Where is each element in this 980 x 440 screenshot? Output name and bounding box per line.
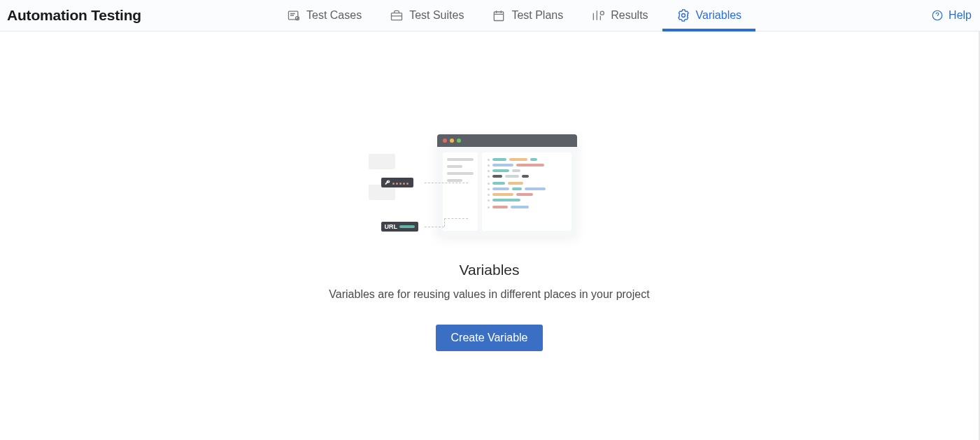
results-icon bbox=[591, 8, 605, 22]
variables-icon bbox=[676, 8, 690, 22]
tab-label: Results bbox=[611, 9, 648, 22]
help-link[interactable]: Help bbox=[930, 8, 972, 22]
tab-label: Test Cases bbox=[306, 9, 362, 22]
test-cases-icon bbox=[287, 8, 301, 22]
tab-variables[interactable]: Variables bbox=[662, 0, 756, 31]
help-label: Help bbox=[949, 9, 972, 22]
empty-state-title: Variables bbox=[460, 262, 520, 278]
tab-test-suites[interactable]: Test Suites bbox=[376, 0, 478, 31]
tab-label: Test Plans bbox=[511, 9, 563, 22]
tab-test-plans[interactable]: Test Plans bbox=[478, 0, 577, 31]
tab-test-cases[interactable]: Test Cases bbox=[273, 0, 376, 31]
svg-rect-3 bbox=[495, 12, 504, 21]
tab-results[interactable]: Results bbox=[577, 0, 662, 31]
svg-rect-2 bbox=[392, 13, 402, 20]
main-content: URL Variables Variables are for reusing … bbox=[0, 31, 980, 440]
tab-label: Test Suites bbox=[409, 9, 464, 22]
test-suites-icon bbox=[390, 8, 404, 22]
test-plans-icon bbox=[492, 8, 506, 22]
svg-point-4 bbox=[601, 11, 604, 15]
illus-key-tag bbox=[381, 178, 413, 187]
create-variable-button[interactable]: Create Variable bbox=[436, 325, 544, 351]
empty-illustration: URL bbox=[402, 134, 577, 236]
help-icon bbox=[930, 8, 944, 22]
page-title: Automation Testing bbox=[7, 7, 141, 24]
header-bar: Automation Testing Test Cases Test Suite… bbox=[0, 0, 980, 31]
tab-label: Variables bbox=[696, 9, 742, 22]
illus-url-tag: URL bbox=[381, 222, 419, 232]
nav-tabs: Test Cases Test Suites Test Plans bbox=[273, 0, 755, 31]
svg-point-5 bbox=[681, 14, 685, 17]
empty-state-subtitle: Variables are for reusing values in diff… bbox=[329, 288, 649, 301]
